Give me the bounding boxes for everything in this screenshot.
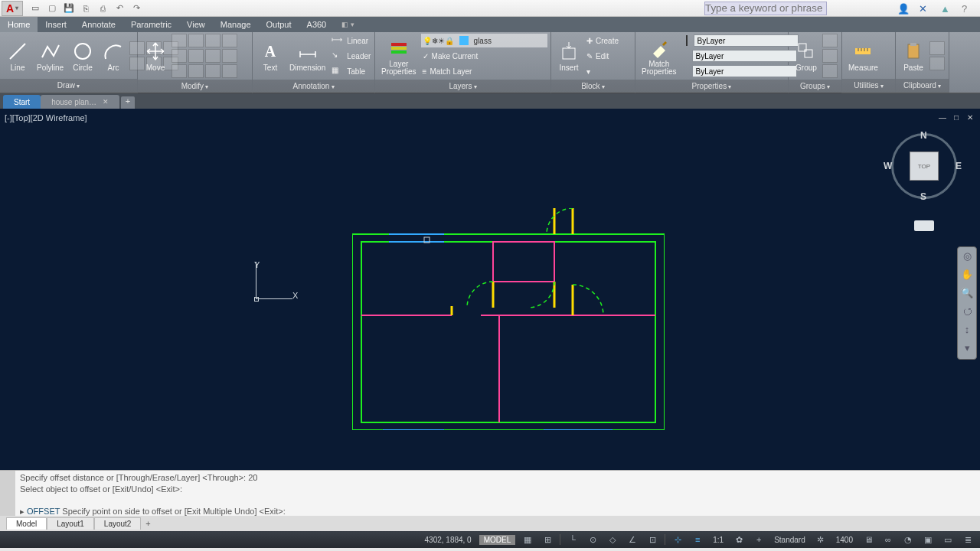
minimize-icon[interactable]: — — [937, 113, 948, 122]
plus-icon[interactable]: + — [751, 533, 766, 546]
app-menu-button[interactable]: A▾ — [2, 1, 23, 16]
a360-icon[interactable]: ▲ — [940, 3, 954, 14]
co-icon[interactable]: ◔ — [900, 533, 916, 546]
wheel-icon[interactable]: ◎ — [960, 250, 974, 264]
create-block-button[interactable]: ✚Create — [585, 34, 620, 47]
panel-title-annotation[interactable]: Annotation — [253, 80, 374, 93]
isodraft-icon[interactable]: ◇ — [605, 533, 620, 546]
monitor-icon[interactable]: 🖥 — [861, 533, 876, 546]
tab-home[interactable]: Home — [0, 17, 38, 32]
panel-title-properties[interactable]: Properties — [635, 80, 788, 93]
paste-button[interactable]: Paste — [899, 38, 928, 73]
panel-title-modify[interactable]: Modify — [138, 80, 252, 93]
polyline-button[interactable]: Polyline — [34, 38, 67, 73]
drawing-canvas[interactable]: [-][Top][2D Wireframe] — □ ✕ TOP N S E W… — [0, 109, 980, 470]
make-current-button[interactable]: ✓Make Current — [421, 49, 547, 63]
tab-view[interactable]: View — [179, 17, 213, 32]
viewcube-south[interactable]: S — [920, 191, 926, 202]
text-button[interactable]: AText — [256, 38, 285, 73]
panel-title-block[interactable]: Block — [551, 80, 635, 93]
edit-block-button[interactable]: ✎Edit — [585, 49, 620, 63]
arc-button[interactable]: Arc — [99, 38, 128, 73]
filetab-start[interactable]: Start — [3, 95, 41, 109]
search-input[interactable] — [704, 2, 827, 15]
save-icon[interactable]: 💾 — [63, 2, 75, 15]
tab-manage[interactable]: Manage — [213, 17, 259, 32]
snap-icon[interactable]: ⊞ — [540, 533, 555, 546]
showmotion-icon[interactable]: ↕ — [960, 324, 974, 337]
command-history[interactable]: Specify offset distance or [Through/Eras… — [15, 471, 980, 516]
group-flyouts[interactable] — [822, 34, 838, 78]
anno-standard[interactable]: Standard — [771, 536, 808, 544]
new-icon[interactable]: ▭ — [29, 2, 41, 15]
leader-button[interactable]: ↘Leader — [330, 49, 372, 63]
panel-title-draw[interactable]: Draw — [0, 79, 137, 93]
signin-icon[interactable]: 👤 — [897, 3, 911, 14]
osnap-icon[interactable]: ∠ — [625, 533, 640, 546]
tab-parametric[interactable]: Parametric — [123, 17, 179, 32]
layout-tab-new[interactable]: + — [141, 519, 155, 528]
scale-button[interactable]: 1:1 — [710, 536, 727, 544]
close-viewport-icon[interactable]: ✕ — [965, 113, 975, 122]
redo-icon[interactable]: ↷ — [130, 2, 142, 15]
maximize-icon[interactable]: □ — [951, 113, 962, 122]
polar-icon[interactable]: ⊙ — [585, 533, 600, 546]
cmd-active-line[interactable]: ▸ OFFSET Specify point on side to offset… — [20, 506, 975, 517]
plot-icon[interactable]: ⎙ — [96, 2, 109, 15]
match-layer-button[interactable]: ≡Match Layer — [421, 64, 547, 78]
status-model-button[interactable]: MODEL — [479, 535, 516, 545]
circle-button[interactable]: Circle — [68, 38, 97, 73]
tab-annotate[interactable]: Annotate — [74, 17, 123, 32]
tracking-icon[interactable]: ⊡ — [645, 533, 660, 546]
modify-flyout-icons[interactable] — [172, 34, 237, 78]
workspace-icon[interactable]: ✲ — [813, 533, 828, 546]
clipboard-flyouts[interactable] — [929, 41, 945, 70]
color-combo[interactable] — [681, 34, 796, 47]
pan-icon[interactable]: ✋ — [960, 269, 974, 282]
undo-icon[interactable]: ↶ — [113, 2, 126, 15]
move-button[interactable]: Move — [141, 38, 170, 73]
viewcube-north[interactable]: N — [920, 130, 927, 141]
tab-output[interactable]: Output — [259, 17, 299, 32]
tab-insert[interactable]: Insert — [38, 17, 74, 32]
viewcube-east[interactable]: E — [956, 161, 962, 171]
panel-title-groups[interactable]: Groups — [789, 80, 841, 93]
panel-title-utilities[interactable]: Utilities — [842, 79, 895, 93]
lineweight-combo[interactable] — [681, 49, 796, 63]
measure-button[interactable]: Measure — [845, 38, 881, 73]
ucs-icon[interactable]: Y X — [253, 262, 306, 315]
zoom-icon[interactable]: 🔍 — [960, 287, 974, 301]
insert-button[interactable]: Insert — [554, 38, 583, 73]
tab-featured-dropdown[interactable]: ◧ ▾ — [334, 17, 362, 32]
filetab-new-button[interactable]: + — [121, 96, 135, 109]
close-icon[interactable]: ✕ — [103, 98, 109, 106]
isolate-icon[interactable]: ▣ — [920, 533, 936, 546]
gear-icon[interactable]: ✿ — [731, 533, 746, 546]
viewport-label[interactable]: [-][Top][2D Wireframe] — [5, 113, 87, 122]
filetab-drawing[interactable]: house plan…✕ — [41, 95, 119, 109]
linear-button[interactable]: ⟼Linear — [330, 34, 372, 47]
dynamic-input-icon[interactable]: ⊹ — [670, 533, 685, 546]
layout-tab-1[interactable]: Layout1 — [47, 517, 94, 530]
orbit-icon[interactable]: ⭯ — [960, 305, 974, 319]
layout-tab-2[interactable]: Layout2 — [94, 517, 142, 530]
panel-title-layers[interactable]: Layers — [375, 80, 550, 93]
block-flyout[interactable]: ▾ — [585, 64, 620, 78]
hw-icon[interactable]: ∞ — [880, 533, 896, 546]
layer-properties-button[interactable]: Layer Properties — [378, 34, 420, 77]
group-button[interactable]: Group — [792, 38, 821, 73]
viewcube-west[interactable]: W — [884, 161, 892, 171]
help-icon[interactable]: ? — [962, 3, 975, 14]
linetype-combo[interactable] — [681, 64, 796, 78]
saveas-icon[interactable]: ⎘ — [80, 2, 92, 15]
match-properties-button[interactable]: Match Properties — [639, 34, 680, 77]
open-icon[interactable]: ▢ — [46, 2, 58, 15]
layer-dropdown[interactable]: 💡❄☀🔒glass — [421, 34, 547, 47]
viewcube-home-icon[interactable] — [914, 220, 934, 231]
grid-icon[interactable]: ▦ — [520, 533, 535, 546]
panel-title-clipboard[interactable]: Clipboard — [896, 79, 949, 93]
line-button[interactable]: Line — [3, 38, 32, 73]
clean-icon[interactable]: ▭ — [940, 533, 956, 546]
dimension-button[interactable]: Dimension — [286, 38, 328, 73]
table-button[interactable]: ▦Table — [330, 64, 372, 78]
